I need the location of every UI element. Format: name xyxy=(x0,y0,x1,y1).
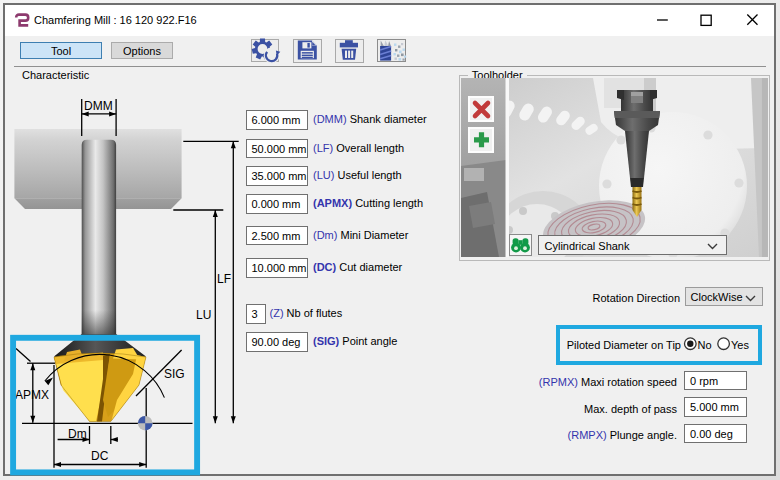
svg-text:LU: LU xyxy=(196,308,211,322)
svg-text:LF: LF xyxy=(217,272,231,286)
svg-text:SIG: SIG xyxy=(164,367,185,381)
svg-text:DC: DC xyxy=(91,449,109,463)
svg-text:DMM: DMM xyxy=(84,99,113,113)
svg-text:Dm: Dm xyxy=(68,427,87,441)
svg-text:APMX: APMX xyxy=(15,388,49,402)
